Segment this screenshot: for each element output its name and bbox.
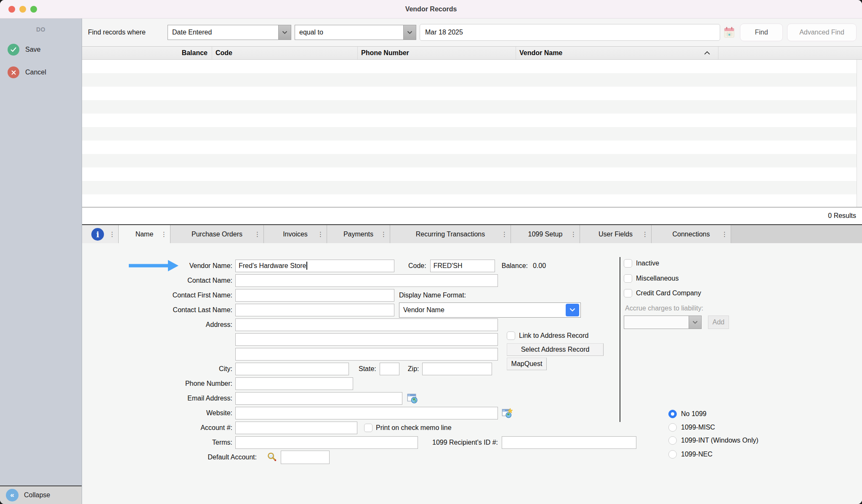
contact-first-name-label: Contact First Name: (82, 292, 235, 299)
phone-number-input[interactable] (235, 377, 353, 390)
city-input[interactable] (235, 363, 349, 375)
1099-misc-row: 1099-MISC (668, 422, 715, 433)
tab-drag-handle-icon: ⋮ (161, 231, 167, 238)
cancel-label: Cancel (25, 69, 46, 76)
find-operator-dropdown[interactable]: equal to (295, 25, 416, 40)
x-icon (8, 66, 19, 78)
no-1099-radio[interactable] (668, 410, 677, 418)
recipient-id-input[interactable] (502, 436, 636, 449)
account-lookup-icon[interactable] (266, 452, 277, 462)
results-count-bar: 0 Results (82, 207, 862, 225)
1099-nec-label: 1099-NEC (681, 451, 713, 458)
zip-input[interactable] (422, 363, 492, 375)
address-line3-input[interactable] (235, 348, 498, 361)
1099-nec-radio[interactable] (668, 450, 677, 459)
website-window-star-icon[interactable] (502, 408, 513, 419)
text-caret (306, 262, 307, 270)
calendar-icon[interactable] (724, 26, 735, 38)
1099-int-radio[interactable] (668, 436, 677, 445)
tab-drag-handle-icon: ⋮ (254, 231, 261, 238)
vendor-form: Vendor Name: Fred's Hardware Store Code:… (82, 243, 862, 504)
print-on-check-memo-checkbox[interactable] (364, 424, 372, 432)
vertical-divider (620, 257, 620, 422)
code-input[interactable] (430, 260, 495, 272)
tab-label: Recurring Transactions (416, 231, 485, 238)
double-chevron-left-icon: « (6, 489, 19, 501)
terms-input[interactable] (235, 436, 418, 449)
advanced-find-button[interactable]: Advanced Find (787, 24, 857, 41)
tab-drag-handle-icon: ⋮ (501, 231, 508, 238)
tab-purchase-orders[interactable]: Purchase Orders⋮ (170, 225, 264, 243)
tab-label: Payments (343, 231, 373, 238)
tab-drag-handle-icon: ⋮ (317, 231, 324, 238)
tab-name[interactable]: Name⋮ (119, 225, 170, 243)
find-field-dropdown[interactable]: Date Entered (168, 25, 291, 40)
tab-user-fields[interactable]: User Fields⋮ (580, 225, 652, 243)
tab-info[interactable]: i ⋮ (82, 225, 119, 243)
1099-int-label: 1099-INT (Windows Only) (681, 437, 758, 444)
add-liability-button[interactable]: Add (708, 316, 729, 329)
chevron-down-icon (689, 316, 701, 329)
tab-drag-handle-icon: ⋮ (380, 231, 387, 238)
1099-misc-radio[interactable] (668, 423, 677, 432)
info-icon: i (91, 228, 104, 241)
accrue-liability-dropdown[interactable] (624, 316, 702, 329)
tab-label: 1099 Setup (528, 231, 563, 238)
display-name-format-dropdown[interactable]: Vendor Name (399, 302, 581, 318)
display-name-format-value: Vendor Name (403, 306, 444, 314)
mapquest-button[interactable]: MapQuest (507, 358, 547, 370)
vendor-name-input[interactable]: Fred's Hardware Store (235, 260, 394, 272)
find-button[interactable]: Find (740, 24, 783, 41)
column-header-phone-number[interactable]: Phone Number (357, 47, 516, 59)
state-input[interactable] (380, 363, 399, 375)
tab-connections[interactable]: Connections⋮ (652, 225, 731, 243)
default-account-input[interactable] (281, 451, 330, 464)
credit-card-company-checkbox[interactable] (624, 289, 632, 297)
miscellaneous-label: Miscellaneous (636, 275, 678, 282)
tab-payments[interactable]: Payments⋮ (327, 225, 390, 243)
email-window-globe-icon[interactable] (407, 393, 418, 404)
inactive-row: Inactive (624, 257, 659, 269)
cancel-button[interactable]: Cancel (0, 66, 82, 78)
tab-label: Connections (673, 231, 710, 238)
find-field-value: Date Entered (172, 29, 212, 36)
tab-drag-handle-icon: ⋮ (642, 231, 648, 238)
address-line1-input[interactable] (235, 318, 498, 331)
address-label: Address: (82, 321, 235, 329)
website-input[interactable] (235, 407, 498, 419)
results-table-body[interactable] (82, 60, 862, 207)
content: Find records where Date Entered equal to (82, 19, 862, 504)
credit-card-company-row: Credit Card Company (624, 287, 701, 299)
vendor-name-value: Fred's Hardware Store (239, 262, 306, 270)
contact-last-name-input[interactable] (235, 304, 394, 316)
miscellaneous-checkbox[interactable] (624, 274, 632, 283)
account-number-label: Account #: (82, 424, 235, 432)
column-header-balance[interactable]: Balance (82, 47, 212, 59)
tab-1099-setup[interactable]: 1099 Setup⋮ (511, 225, 580, 243)
balance-value: 0.00 (533, 262, 546, 270)
chevron-down-icon (278, 25, 291, 40)
email-address-input[interactable] (235, 392, 402, 405)
chevron-down-icon (403, 25, 416, 40)
column-header-vendor-name[interactable]: Vendor Name (516, 47, 718, 59)
1099-misc-label: 1099-MISC (681, 424, 715, 431)
collapse-button[interactable]: « Collapse (0, 485, 82, 504)
state-label: State: (359, 365, 376, 373)
select-address-record-button[interactable]: Select Address Record (507, 343, 604, 356)
account-number-input[interactable] (235, 422, 357, 434)
tab-recurring-transactions[interactable]: Recurring Transactions⋮ (390, 225, 511, 243)
contact-first-name-input[interactable] (235, 289, 394, 302)
link-to-address-record-checkbox[interactable] (507, 332, 515, 340)
table-scrollbar[interactable] (857, 60, 862, 207)
no-1099-label: No 1099 (681, 410, 707, 418)
tab-label: Name (136, 231, 154, 238)
recipient-id-label: 1099 Recipient's ID #: (432, 439, 498, 446)
1099-int-row: 1099-INT (Windows Only) (668, 435, 758, 446)
address-line2-input[interactable] (235, 333, 498, 346)
column-header-code[interactable]: Code (212, 47, 357, 59)
inactive-checkbox[interactable] (624, 259, 632, 268)
contact-name-input[interactable] (235, 274, 498, 287)
save-button[interactable]: Save (0, 44, 82, 56)
tab-invoices[interactable]: Invoices⋮ (264, 225, 327, 243)
find-value-input[interactable] (420, 24, 720, 41)
